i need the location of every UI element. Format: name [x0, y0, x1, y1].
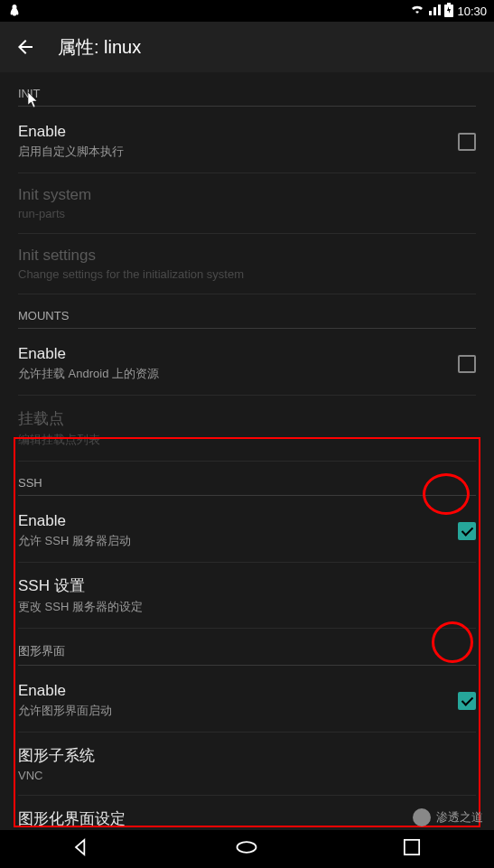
section-ssh: SSH — [18, 462, 476, 496]
setting-ssh-settings[interactable]: SSH 设置 更改 SSH 服务器的设定 — [18, 563, 476, 629]
back-arrow-icon[interactable] — [14, 36, 36, 58]
setting-subtitle: Change settings for the initialization s… — [18, 267, 476, 281]
setting-subtitle: 允许图形界面启动 — [18, 703, 458, 719]
nav-home-icon[interactable] — [234, 835, 259, 863]
setting-subtitle: 启用自定义脚本执行 — [18, 144, 458, 160]
setting-title: Enable — [18, 123, 458, 141]
watermark: 渗透之道 — [409, 805, 487, 830]
battery-icon — [444, 3, 453, 20]
setting-init-system: Init system run-parts — [18, 173, 476, 234]
checkbox-gui-enable[interactable] — [458, 692, 476, 710]
setting-mounts-enable[interactable]: Enable 允许挂载 Android 上的资源 — [18, 332, 476, 396]
checkbox-mounts-enable[interactable] — [458, 355, 476, 373]
signal-icon — [428, 4, 441, 19]
setting-subtitle: 允许挂载 Android 上的资源 — [18, 366, 458, 382]
setting-subtitle: VNC — [18, 769, 476, 782]
section-init: INIT — [18, 72, 476, 107]
svg-rect-1 — [405, 840, 419, 854]
setting-title: SSH 设置 — [18, 575, 476, 596]
status-time: 10:30 — [457, 5, 487, 18]
setting-title: Init system — [18, 186, 476, 204]
setting-title: 图形化界面设定 — [18, 808, 476, 829]
svg-point-0 — [238, 842, 256, 853]
setting-subtitle: 允许 SSH 服务器启动 — [18, 533, 458, 549]
penguin-icon — [7, 4, 22, 18]
checkbox-ssh-enable[interactable] — [458, 522, 476, 540]
status-right: 10:30 — [410, 3, 487, 20]
section-mounts: MOUNTS — [18, 294, 476, 329]
setting-title: 挂载点 — [18, 408, 476, 429]
setting-subtitle: 更改 SSH 服务器的设定 — [18, 599, 476, 615]
setting-title: 图形子系统 — [18, 745, 476, 766]
setting-mounts-point: 挂载点 编辑挂载点列表 — [18, 396, 476, 462]
wechat-icon — [413, 808, 431, 826]
setting-gui-subsystem[interactable]: 图形子系统 VNC — [18, 733, 476, 796]
setting-subtitle: 编辑挂载点列表 — [18, 432, 476, 448]
status-left — [7, 4, 22, 18]
section-gui: 图形界面 — [18, 629, 476, 666]
setting-title: Enable — [18, 345, 458, 363]
status-bar: 10:30 — [0, 0, 494, 22]
navigation-bar — [0, 830, 494, 868]
setting-title: Init settings — [18, 247, 476, 265]
setting-gui-enable[interactable]: Enable 允许图形界面启动 — [18, 669, 476, 733]
app-header: 属性: linux — [0, 22, 494, 72]
setting-init-enable[interactable]: Enable 启用自定义脚本执行 — [18, 110, 476, 173]
setting-ssh-enable[interactable]: Enable 允许 SSH 服务器启动 — [18, 499, 476, 563]
nav-back-icon[interactable] — [70, 835, 95, 863]
setting-init-settings: Init settings Change settings for the in… — [18, 234, 476, 294]
setting-subtitle: run-parts — [18, 207, 476, 220]
checkbox-init-enable[interactable] — [458, 133, 476, 151]
wifi-icon — [410, 3, 424, 20]
watermark-text: 渗透之道 — [436, 809, 483, 826]
page-title: 属性: linux — [58, 35, 141, 60]
setting-title: Enable — [18, 682, 458, 700]
setting-title: Enable — [18, 512, 458, 530]
nav-recent-icon[interactable] — [399, 835, 424, 863]
